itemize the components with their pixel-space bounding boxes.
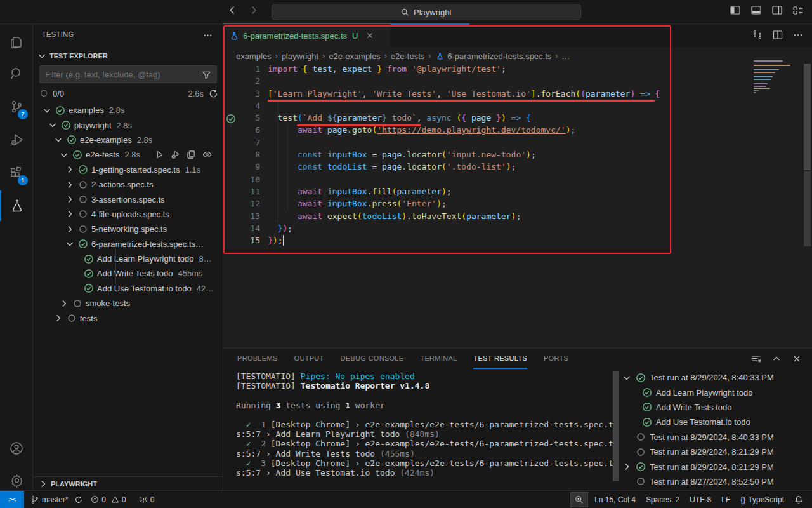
- indentation-item[interactable]: Spaces: 2: [642, 495, 683, 504]
- test-run-item[interactable]: Test run at 8/27/2024, 8:52:50 PM: [622, 474, 812, 489]
- output-scrollbar-thumb[interactable]: [613, 371, 619, 481]
- code-line-12[interactable]: await inputBox.press('Enter');: [268, 197, 660, 210]
- panel-tab-problems[interactable]: PROBLEMS: [237, 349, 278, 369]
- split-editor-icon[interactable]: [773, 30, 783, 40]
- sync-icon[interactable]: [74, 495, 83, 504]
- tree-item-6-parametrized-tests-spec-ts-[interactable]: 6-parametrized-tests.spec.ts…: [33, 237, 223, 251]
- code-line-8[interactable]: const inputBox = page.locator('input.new…: [268, 149, 660, 161]
- editor-scrollbar-track[interactable]: [804, 171, 811, 246]
- tree-item-2-actions-spec-ts[interactable]: 2-actions.spec.ts: [33, 177, 223, 192]
- code-line-9[interactable]: const todoList = page.locator('.todo-lis…: [268, 161, 660, 173]
- code-line-3[interactable]: ['Learn Playwright', 'Write Tests', 'Use…: [268, 88, 660, 100]
- test-pass-icon: [84, 254, 94, 264]
- filter-funnel-icon[interactable]: [202, 70, 211, 79]
- test-results-output[interactable]: [TESTOMATIO] Pipes: No pipes enabled[TES…: [236, 371, 617, 478]
- tree-item-5-networking-spec-ts[interactable]: 5-networking.spec.ts: [33, 222, 223, 236]
- code-line-4[interactable]: [268, 100, 660, 112]
- notifications-bell-item[interactable]: [790, 495, 807, 504]
- back-arrow-icon[interactable]: [227, 5, 237, 15]
- breadcrumb[interactable]: examples›playwright›e2e-examples›e2e-tes…: [236, 50, 570, 62]
- tree-item-playwright[interactable]: playwright2.8s: [33, 117, 223, 132]
- panel-tab-ports[interactable]: PORTS: [544, 349, 568, 369]
- tree-item-add-learn-playwright-todo[interactable]: Add Learn Playwright todo8…: [33, 251, 223, 266]
- breadcrumb-item[interactable]: playwright: [282, 51, 319, 61]
- code-line-5[interactable]: test(`Add ${parameter} todo`, async ({ p…: [268, 112, 660, 124]
- tree-item-add-write-tests-todo[interactable]: Add Write Tests todo455ms: [33, 266, 223, 281]
- code-line-1[interactable]: import { test, expect } from '@playwrigh…: [268, 63, 660, 75]
- test-explorer-section-header[interactable]: TEST EXPLORER: [37, 51, 108, 61]
- code-area[interactable]: import { test, expect } from '@playwrigh…: [268, 63, 660, 246]
- tree-item-examples[interactable]: examples2.8s: [33, 103, 223, 117]
- maximize-panel-icon[interactable]: [771, 354, 782, 364]
- toggle-primary-sidebar-icon[interactable]: [730, 5, 741, 15]
- tree-item-tests[interactable]: tests: [33, 311, 223, 325]
- filter-input[interactable]: [45, 70, 202, 79]
- close-tab-icon[interactable]: [365, 31, 374, 40]
- zoom-indicator[interactable]: [570, 492, 588, 507]
- refresh-icon[interactable]: [209, 89, 218, 98]
- tree-item-add-use-testomat-io-todo[interactable]: Add Use Testomat.io todo42…: [33, 281, 223, 296]
- toggle-panel-icon[interactable]: [751, 5, 762, 15]
- code-line-10[interactable]: [268, 173, 660, 185]
- code-line-13[interactable]: await expect(todoList).toHaveText(parame…: [268, 210, 660, 222]
- code-line-14[interactable]: });: [268, 222, 660, 234]
- panel-tab-output[interactable]: OUTPUT: [294, 349, 324, 369]
- ports-item[interactable]: 0: [135, 495, 159, 504]
- open-changes-icon[interactable]: [752, 30, 763, 40]
- customize-layout-icon[interactable]: [793, 5, 803, 15]
- source-control-icon[interactable]: 7: [0, 91, 33, 122]
- sidebar-more-actions-icon[interactable]: [203, 30, 213, 40]
- search-sidebar-icon[interactable]: [0, 58, 33, 89]
- problems-item[interactable]: 0 0: [87, 495, 129, 504]
- eol-item[interactable]: LF: [717, 495, 734, 504]
- minimap[interactable]: [754, 60, 793, 95]
- panel-tab-terminal[interactable]: TERMINAL: [420, 349, 457, 369]
- tree-item-4-file-uploads-spec-ts[interactable]: 4-file-uploads.spec.ts: [33, 207, 223, 222]
- testing-icon[interactable]: [0, 190, 33, 221]
- tree-item-3-assertions-spec-ts[interactable]: 3-assertions.spec.ts: [33, 192, 223, 206]
- more-actions-icon[interactable]: [793, 30, 803, 40]
- tree-item-1-getting-started-spec-ts[interactable]: 1-getting-started.spec.ts1.1s: [33, 163, 223, 177]
- accounts-icon[interactable]: [0, 433, 33, 464]
- test-run-item[interactable]: Test run at 8/29/2024, 8:21:29 PM: [622, 444, 812, 459]
- code-line-2[interactable]: [268, 75, 660, 87]
- test-run-item[interactable]: Test run at 8/29/2024, 8:21:29 PM: [622, 459, 812, 474]
- breadcrumb-item[interactable]: 6-parametrized-tests.spec.ts: [435, 51, 551, 61]
- tree-item-e2e-tests[interactable]: e2e-tests2.8s: [33, 147, 223, 162]
- panel-tab-test-results[interactable]: TEST RESULTS: [473, 349, 527, 369]
- panel-tab-debug-console[interactable]: DEBUG CONSOLE: [341, 349, 404, 369]
- editor-scrollbar-thumb[interactable]: [804, 64, 811, 170]
- breadcrumb-item[interactable]: e2e-examples: [329, 51, 381, 61]
- test-run-item[interactable]: Add Use Testomat.io todo: [622, 415, 812, 429]
- test-run-item[interactable]: Add Write Tests todo: [622, 400, 812, 415]
- toggle-secondary-sidebar-icon[interactable]: [772, 5, 783, 15]
- test-filter-input[interactable]: [39, 65, 217, 83]
- code-line-6[interactable]: await page.goto('https://demo.playwright…: [268, 124, 660, 136]
- breadcrumb-item[interactable]: …: [561, 51, 570, 61]
- forward-arrow-icon[interactable]: [249, 5, 259, 15]
- close-panel-icon[interactable]: [792, 354, 802, 364]
- extensions-icon[interactable]: 1: [0, 157, 33, 188]
- encoding-item[interactable]: UTF-8: [686, 495, 715, 504]
- breadcrumb-item[interactable]: examples: [236, 51, 272, 61]
- remote-indicator[interactable]: ><: [0, 491, 24, 508]
- code-line-11[interactable]: await inputBox.fill(parameter);: [268, 185, 660, 197]
- tree-item-smoke-tests[interactable]: smoke-tests: [33, 296, 223, 311]
- playwright-section-header[interactable]: PLAYWRIGHT: [33, 476, 223, 490]
- git-branch-item[interactable]: master*: [27, 495, 87, 504]
- test-pass-gutter-icon[interactable]: [226, 114, 236, 124]
- test-run-item[interactable]: Test run at 8/29/2024, 8:40:33 PM: [622, 370, 812, 385]
- breadcrumb-item[interactable]: e2e-tests: [391, 51, 424, 61]
- explorer-icon[interactable]: [0, 27, 33, 57]
- cursor-position-item[interactable]: Ln 15, Col 4: [591, 495, 639, 504]
- test-run-item[interactable]: Test run at 8/29/2024, 8:40:33 PM: [622, 430, 812, 444]
- test-run-item[interactable]: Add Learn Playwright todo: [622, 385, 812, 399]
- run-debug-icon[interactable]: [0, 124, 33, 155]
- tree-item-e2e-examples[interactable]: e2e-examples2.8s: [33, 133, 223, 147]
- command-center-search[interactable]: Playwright: [272, 4, 581, 20]
- tab-6-parametrized-tests[interactable]: 6-parametrized-tests.spec.ts U: [223, 24, 390, 47]
- code-line-7[interactable]: [268, 137, 660, 149]
- code-line-15[interactable]: });: [268, 234, 660, 246]
- language-mode-item[interactable]: {} TypeScript: [737, 495, 788, 504]
- clear-output-icon[interactable]: [751, 354, 761, 364]
